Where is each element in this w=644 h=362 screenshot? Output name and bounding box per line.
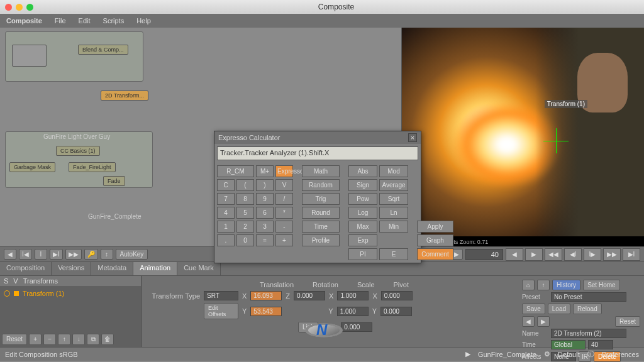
tab-metadata[interactable]: Metadata <box>91 262 133 275</box>
menu-help[interactable]: Help <box>136 17 151 25</box>
calc-0[interactable]: 0 <box>236 234 254 246</box>
minimize-window-button[interactable] <box>16 4 23 11</box>
home-icon[interactable]: ⌂ <box>522 280 535 290</box>
calc-min[interactable]: Min <box>379 221 408 233</box>
goto-end-button[interactable]: ▶I <box>623 248 640 261</box>
close-window-button[interactable] <box>5 4 12 11</box>
tab-versions[interactable]: Versions <box>52 262 91 275</box>
calc-rcm[interactable]: R_CM <box>217 165 254 177</box>
time-mode[interactable] <box>551 340 586 349</box>
step-forward-button[interactable]: I▶ <box>584 248 601 261</box>
key-lock-button[interactable]: 🔑 <box>84 249 98 260</box>
calc-mul[interactable]: * <box>275 207 293 219</box>
calc-graph[interactable]: Graph <box>417 234 453 246</box>
status-edit[interactable]: Edit Composition sRGB <box>5 351 78 358</box>
calc-profile[interactable]: Profile <box>302 234 340 246</box>
load-button[interactable]: Load <box>548 304 570 314</box>
calc-9[interactable]: 9 <box>256 193 274 205</box>
calc-round[interactable]: Round <box>302 207 340 219</box>
add-button[interactable]: + <box>29 334 42 345</box>
current-frame[interactable]: 40 <box>465 249 503 260</box>
calc-v[interactable]: V <box>275 179 293 191</box>
node-fade[interactable]: Fade <box>103 176 125 186</box>
move-down-button[interactable]: ↓ <box>72 334 85 345</box>
status-prefs[interactable]: Preferences <box>602 351 639 358</box>
calc-time[interactable]: Time <box>302 221 340 233</box>
calc-apply[interactable]: Apply <box>417 221 453 233</box>
visible-icon[interactable] <box>14 291 19 296</box>
tab-animation[interactable]: Animation <box>133 262 177 275</box>
reset-button[interactable]: Reset <box>2 334 27 345</box>
calc-6[interactable]: 6 <box>256 207 274 219</box>
expresso-calculator[interactable]: Expresso Calculator × Tracker.Tracker An… <box>214 131 421 263</box>
calc-7[interactable]: 7 <box>217 193 235 205</box>
calc-ln[interactable]: Ln <box>379 207 408 219</box>
calc-sqrt[interactable]: Sqrt <box>379 193 408 205</box>
calc-e[interactable]: E <box>379 248 408 260</box>
calc-average[interactable]: Average <box>379 179 408 191</box>
key-next-button[interactable]: ▶I <box>50 249 63 260</box>
transform-item[interactable]: Transform (1) <box>3 288 138 299</box>
calc-math[interactable]: Math <box>302 165 340 177</box>
solo-icon[interactable] <box>4 290 10 297</box>
prev-icon[interactable]: ◀ <box>522 316 535 327</box>
calc-random[interactable]: Random <box>302 179 340 191</box>
translate-x[interactable] <box>250 291 282 300</box>
calc-eq[interactable]: = <box>256 234 274 246</box>
calc-add[interactable]: + <box>275 234 293 246</box>
calc-mod[interactable]: Mod <box>379 165 408 177</box>
time-frame[interactable] <box>588 340 613 349</box>
calc-max[interactable]: Max <box>348 221 377 233</box>
set-home-button[interactable]: Set Home <box>583 280 619 290</box>
reset-node-button[interactable]: Reset <box>615 316 640 327</box>
viewer-panel[interactable]: Transform (1) 248×1024 1:1 16 Bits Zoom:… <box>402 28 644 246</box>
calc-exp[interactable]: Exp <box>348 234 377 246</box>
save-button[interactable]: Save <box>522 304 545 314</box>
calc-mplus[interactable]: M+ <box>256 165 274 177</box>
tab-cue-mark[interactable]: Cue Mark <box>177 262 221 275</box>
calc-div[interactable]: / <box>275 193 293 205</box>
play-reverse-button[interactable]: ▶ <box>525 248 543 261</box>
trash-button[interactable]: 🗑 <box>101 334 114 345</box>
maximize-window-button[interactable] <box>26 4 33 11</box>
autokey-button[interactable]: AutoKey <box>116 249 148 260</box>
calc-close-button[interactable]: × <box>408 133 417 142</box>
calc-3[interactable]: 3 <box>256 221 274 233</box>
calc-8[interactable]: 8 <box>236 193 254 205</box>
translate-y[interactable] <box>250 307 282 316</box>
menu-scripts[interactable]: Scripts <box>103 17 125 25</box>
node-fade-firelight[interactable]: Fade_FireLight <box>69 162 116 172</box>
stop-button[interactable]: ◀I <box>564 248 582 261</box>
node-2d-transform[interactable]: 2D Transform... <box>101 90 148 101</box>
name-input[interactable] <box>551 329 626 338</box>
up-icon[interactable]: ↑ <box>537 280 550 290</box>
key-first-button[interactable]: I◀ <box>19 249 32 260</box>
calc-comment[interactable]: Comment <box>417 248 453 260</box>
scale-x[interactable] <box>337 291 369 300</box>
calc-1[interactable]: 1 <box>217 221 235 233</box>
transform-gizmo[interactable] <box>543 128 569 153</box>
node-group-1[interactable]: Blend & Comp... <box>5 31 143 82</box>
calc-sign[interactable]: Sign <box>348 179 377 191</box>
calc-rparen[interactable]: ) <box>256 179 274 191</box>
status-default[interactable]: Default <box>558 351 580 358</box>
tab-composition[interactable]: Composition <box>0 262 52 275</box>
next-icon[interactable]: ▶ <box>537 316 550 327</box>
calc-abs[interactable]: Abs <box>348 165 377 177</box>
calc-expression-input[interactable]: Tracker.Tracker Analyzer (1).Shift.X <box>217 146 418 160</box>
calc-expresso[interactable]: Expresso <box>275 165 293 177</box>
calc-sub[interactable]: - <box>275 221 293 233</box>
node-garbage-mask[interactable]: Garbage Mask <box>9 162 55 172</box>
app-menu[interactable]: Composite <box>6 17 42 25</box>
calc-c[interactable]: C <box>217 179 235 191</box>
duplicate-button[interactable]: ⧉ <box>87 334 99 345</box>
calc-2[interactable]: 2 <box>236 221 254 233</box>
preset-input[interactable] <box>551 292 626 302</box>
node-cc-basics[interactable]: CC Basics (1) <box>56 146 100 156</box>
calc-pow[interactable]: Pow <box>348 193 377 205</box>
pivot-y[interactable] <box>380 307 412 316</box>
pivot-x[interactable] <box>381 291 413 300</box>
play-button[interactable]: ▶▶ <box>603 248 621 261</box>
node-group-2[interactable]: GunFire Light Over Guy CC Basics (1) Gar… <box>5 131 153 188</box>
key-prev-button[interactable]: ◀ <box>4 249 16 260</box>
